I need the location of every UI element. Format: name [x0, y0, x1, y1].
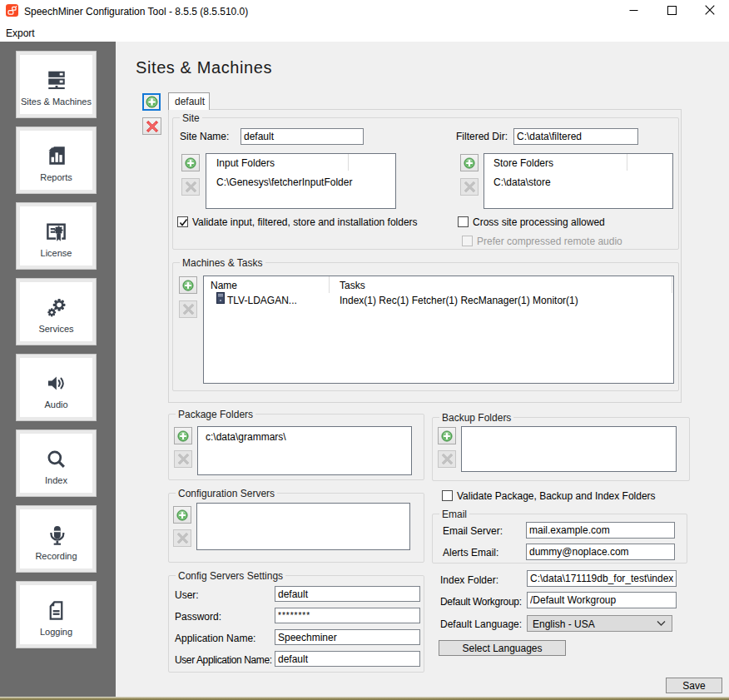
app-window: SpeechMiner Configuration Tool - 8.5.5 (… [0, 0, 729, 700]
list-item[interactable]: C:\Genesys\fetcherInputFolder [216, 176, 352, 188]
package-folders-list[interactable]: c:\data\grammars\ [197, 426, 412, 475]
close-button[interactable] [691, 0, 729, 20]
report-chart-icon [46, 141, 67, 170]
delete-icon-disabled [177, 453, 190, 465]
magnifier-icon [45, 444, 67, 473]
checkbox-label: Cross site processing allowed [473, 216, 605, 228]
minimize-button[interactable] [614, 0, 652, 20]
checkbox-checked [177, 216, 188, 227]
email-group-label: Email [439, 509, 469, 520]
site-group-label: Site [180, 112, 202, 124]
servers-icon [46, 66, 67, 94]
list-item[interactable]: c:\data\grammars\ [206, 431, 286, 443]
add-config-server-button[interactable] [173, 506, 191, 524]
default-workgroup-input[interactable] [527, 592, 677, 608]
machine-tasks-cell[interactable]: Index(1) Rec(1) Fetcher(1) RecManager(1)… [340, 295, 578, 306]
sidebar-item-reports[interactable]: Reports [16, 127, 97, 194]
delete-icon-disabled [464, 181, 476, 193]
sidebar-item-services[interactable]: Services [16, 278, 97, 345]
menu-export[interactable]: Export [6, 27, 35, 40]
default-workgroup-label: Default Workgroup: [440, 596, 522, 608]
user-label: User: [175, 589, 199, 601]
remove-config-server-button[interactable] [173, 529, 191, 547]
delete-icon [146, 120, 159, 133]
config-servers-list[interactable] [196, 503, 410, 550]
password-input[interactable] [275, 608, 420, 623]
email-server-input[interactable] [526, 522, 675, 539]
site-name-input[interactable] [241, 128, 364, 145]
user-input[interactable] [275, 586, 420, 602]
list-item[interactable]: C:\data\store [493, 176, 551, 188]
remove-input-folder-button[interactable] [181, 178, 200, 196]
config-settings-label: Config Servers Settings [176, 570, 285, 582]
sidebar-item-audio[interactable]: Audio [16, 354, 97, 421]
page-title: Sites & Machines [136, 58, 272, 77]
sidebar-item-index[interactable]: Index [16, 429, 97, 497]
add-machine-button[interactable] [179, 276, 197, 294]
add-icon [441, 430, 453, 442]
remove-backup-folder-button[interactable] [438, 450, 456, 468]
checkbox-unchecked [458, 216, 469, 227]
delete-site-button[interactable] [142, 117, 161, 135]
add-package-folder-button[interactable] [174, 427, 192, 444]
tab-label: default [175, 96, 205, 107]
sidebar-item-sites-machines[interactable]: Sites & Machines [16, 51, 97, 118]
minimize-icon [629, 6, 638, 15]
sidebar-item-label: Services [38, 324, 73, 334]
checkbox-unchecked [442, 490, 453, 501]
filtered-dir-label: Filtered Dir: [456, 131, 508, 142]
maximize-button[interactable] [652, 0, 691, 20]
remove-store-folder-button[interactable] [460, 178, 479, 196]
speaker-icon [45, 369, 67, 397]
backup-folders-label: Backup Folders [439, 412, 513, 424]
filtered-dir-input[interactable] [513, 128, 638, 145]
add-icon [146, 96, 158, 108]
backup-folders-list[interactable] [461, 426, 677, 472]
email-server-label: Email Server: [443, 525, 503, 537]
sidebar-item-recording[interactable]: Recording [16, 505, 97, 573]
application-name-input[interactable] [275, 629, 420, 645]
add-store-folder-button[interactable] [460, 154, 479, 171]
select-languages-button[interactable]: Select Languages [439, 640, 566, 656]
save-button[interactable]: Save [666, 678, 722, 693]
machines-list-header: Name Tasks [204, 276, 673, 293]
app-logo-icon [6, 4, 18, 17]
add-icon [185, 157, 196, 169]
sidebar: Sites & Machines Reports [0, 42, 116, 698]
certificate-icon [45, 217, 67, 246]
sidebar-item-logging[interactable]: Logging [16, 581, 97, 648]
tab-default[interactable]: default [168, 92, 210, 110]
input-folders-list[interactable]: Input Folders C:\Genesys\fetcherInputFol… [206, 153, 396, 209]
remove-machine-button[interactable] [179, 300, 197, 318]
machine-name-cell[interactable]: TLV-LDAGAN... [227, 295, 297, 306]
add-input-folder-button[interactable] [181, 154, 200, 171]
delete-icon-disabled [176, 532, 189, 544]
sidebar-item-license[interactable]: License [16, 202, 97, 270]
maximize-icon [667, 6, 677, 15]
window-title: SpeechMiner Configuration Tool - 8.5.5 (… [24, 6, 248, 17]
store-folders-list[interactable]: Store Folders C:\data\store [484, 153, 673, 209]
default-language-select[interactable]: English - USA [527, 615, 672, 632]
machines-column-name: Name [211, 280, 237, 291]
alerts-email-input[interactable] [526, 544, 675, 560]
add-backup-folder-button[interactable] [438, 427, 456, 444]
application-name-label: Application Name: [175, 633, 255, 644]
add-site-button[interactable] [142, 93, 161, 111]
sidebar-item-label: Audio [44, 400, 67, 410]
machine-icon [216, 292, 225, 304]
checkbox-label: Prefer compressed remote audio [477, 236, 622, 247]
delete-icon-disabled [441, 453, 454, 465]
machines-list[interactable]: Name Tasks TLV-LDAGAN... Index(1) Rec(1)… [203, 276, 674, 384]
password-label: Password: [175, 611, 221, 623]
config-servers-label: Configuration Servers [176, 488, 277, 499]
log-document-icon [45, 596, 67, 624]
add-icon [464, 157, 475, 169]
store-folders-header: Store Folders [484, 154, 672, 171]
sidebar-item-label: Sites & Machines [21, 97, 92, 107]
machines-column-tasks: Tasks [340, 280, 365, 291]
user-application-name-input[interactable] [275, 651, 420, 667]
remove-package-folder-button[interactable] [174, 450, 192, 468]
gears-icon [45, 293, 67, 321]
sidebar-item-label: Reports [40, 172, 72, 182]
index-folder-input[interactable] [527, 570, 677, 587]
